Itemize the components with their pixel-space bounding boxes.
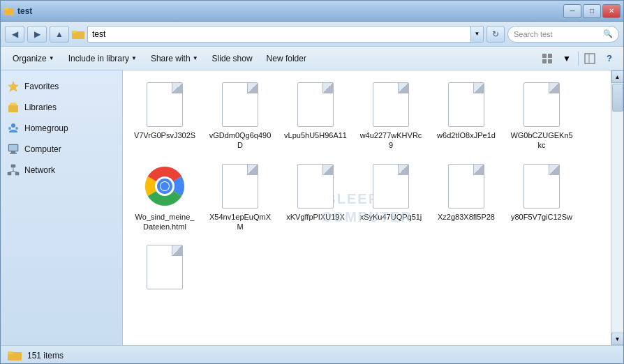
network-icon — [6, 163, 20, 177]
file-item[interactable]: vLpu5hU5H96A11 — [281, 77, 350, 153]
minimize-button[interactable]: ─ — [563, 4, 581, 18]
forward-button[interactable]: ▶ — [27, 26, 47, 43]
file-item[interactable]: Xz2g83X8fl5P28 — [431, 159, 501, 235]
file-item[interactable]: Wo_sind_meine_Dateien.html — [130, 159, 200, 235]
address-bar-container: test ▼ — [87, 26, 484, 43]
file-item[interactable]: WG0bCZUGEKn5kc — [507, 77, 577, 153]
computer-icon — [6, 142, 20, 156]
titlebar-title: test — [17, 6, 32, 16]
help-button[interactable]: ? — [601, 50, 618, 67]
file-label: Xz2g83X8fl5P28 — [438, 212, 495, 222]
sidebar-item-computer[interactable]: Computer — [1, 139, 122, 160]
help-icon: ? — [607, 53, 612, 63]
generic-file-icon — [144, 243, 186, 291]
file-item[interactable]: w6d2tIO8xJPe1d — [431, 77, 501, 153]
file-label: V7VrG0PsvJ302S — [134, 130, 195, 140]
view-extra-button[interactable] — [539, 50, 556, 67]
file-item[interactable]: vGDdm0Qg6q490D — [205, 77, 275, 153]
computer-label: Computer — [24, 144, 61, 154]
svg-rect-6 — [542, 59, 547, 63]
file-label: WG0bCZUGEKn5kc — [510, 130, 574, 151]
svg-rect-21 — [11, 165, 15, 167]
favorites-icon — [6, 79, 20, 93]
svg-rect-8 — [585, 54, 595, 63]
svg-rect-3 — [72, 31, 77, 33]
generic-file-icon — [144, 80, 186, 129]
new-folder-button[interactable]: New folder — [260, 50, 313, 68]
generic-file-icon — [370, 80, 412, 129]
back-button[interactable]: ◀ — [5, 26, 24, 43]
status-item-count: 151 items — [27, 351, 64, 361]
file-item[interactable]: X54nv1epEuQmXM — [205, 159, 275, 235]
titlebar-left: test — [3, 6, 32, 17]
scroll-thumb[interactable] — [612, 84, 623, 112]
svg-rect-4 — [542, 54, 547, 58]
slide-show-button[interactable]: Slide show — [206, 50, 259, 68]
organize-dropdown-icon: ▼ — [49, 55, 54, 61]
file-item[interactable]: y80F5V7giC12Sw — [507, 159, 577, 235]
include-library-label: Include in library — [68, 54, 129, 63]
file-label: y80F5V7giC12Sw — [511, 212, 572, 222]
scroll-down-button[interactable]: ▼ — [611, 333, 624, 345]
details-pane-button[interactable] — [581, 50, 598, 67]
svg-rect-13 — [10, 103, 16, 105]
svg-line-26 — [13, 171, 17, 172]
svg-rect-33 — [8, 351, 13, 354]
slide-show-label: Slide show — [212, 54, 253, 63]
scroll-up-button[interactable]: ▲ — [611, 70, 624, 83]
file-item[interactable] — [130, 240, 200, 296]
search-icon: 🔍 — [603, 29, 613, 38]
address-dropdown-button[interactable]: ▼ — [470, 26, 483, 42]
file-label: xKVgffpPIXU19X — [286, 212, 345, 222]
statusbar: 151 items — [1, 345, 623, 364]
address-input[interactable]: test — [88, 29, 470, 39]
maximize-button[interactable]: □ — [583, 4, 601, 18]
titlebar-buttons: ─ □ ✕ — [563, 4, 621, 18]
file-label: Wo_sind_meine_Dateien.html — [133, 212, 197, 232]
search-placeholder: Search test — [514, 30, 553, 38]
search-box[interactable]: Search test 🔍 — [507, 26, 619, 43]
view-icons-icon — [542, 53, 553, 64]
svg-rect-20 — [10, 153, 17, 154]
svg-point-14 — [11, 123, 15, 128]
organize-button[interactable]: Organize ▼ — [6, 50, 61, 68]
file-item[interactable]: xKVgffpPIXU19X — [281, 159, 350, 235]
file-item[interactable]: xSyKu47UQPq51j — [356, 159, 426, 235]
main-area: Favorites Libraries — [1, 70, 623, 345]
refresh-button[interactable]: ↻ — [486, 26, 505, 43]
generic-file-icon — [370, 162, 412, 211]
organize-label: Organize — [13, 54, 47, 63]
toolbar: Organize ▼ Include in library ▼ Share wi… — [1, 47, 623, 70]
file-item[interactable]: V7VrG0PsvJ302S — [130, 77, 200, 153]
file-label: vGDdm0Qg6q490D — [208, 130, 272, 151]
generic-file-icon — [295, 162, 336, 211]
file-area: BLEEPING COMPUTER V7VrG0PsvJ302S vGDdm0Q… — [123, 70, 611, 345]
up-button[interactable]: ▲ — [50, 26, 69, 43]
file-label: vLpu5hU5H96A11 — [284, 130, 347, 140]
svg-marker-10 — [8, 82, 18, 91]
close-button[interactable]: ✕ — [602, 4, 621, 18]
file-item[interactable]: w4u2277wKHVRc9 — [356, 77, 426, 153]
include-library-button[interactable]: Include in library ▼ — [62, 50, 143, 68]
chrome-file-icon — [144, 162, 186, 211]
favorites-label: Favorites — [24, 82, 59, 91]
share-dropdown-icon: ▼ — [193, 55, 198, 61]
new-folder-label: New folder — [267, 54, 306, 63]
generic-file-icon — [445, 80, 487, 129]
include-library-dropdown-icon: ▼ — [131, 55, 137, 61]
view-dropdown-button[interactable]: ▼ — [558, 50, 575, 67]
generic-file-icon — [219, 162, 261, 211]
share-with-label: Share with — [151, 54, 191, 63]
sidebar-item-favorites[interactable]: Favorites — [1, 76, 122, 97]
scroll-track — [611, 83, 624, 333]
svg-rect-18 — [9, 145, 17, 151]
sidebar-item-libraries[interactable]: Libraries — [1, 97, 122, 118]
share-with-button[interactable]: Share with ▼ — [144, 50, 205, 68]
sidebar-item-network[interactable]: Network — [1, 160, 122, 181]
scrollbar: ▲ ▼ — [611, 70, 623, 345]
svg-rect-5 — [548, 54, 552, 58]
addressbar: ◀ ▶ ▲ test ▼ ↻ Search test 🔍 — [1, 22, 623, 47]
file-label: w6d2tIO8xJPe1d — [437, 130, 496, 140]
libraries-label: Libraries — [24, 103, 57, 112]
sidebar-item-homegroup[interactable]: Homegroup — [1, 118, 122, 139]
